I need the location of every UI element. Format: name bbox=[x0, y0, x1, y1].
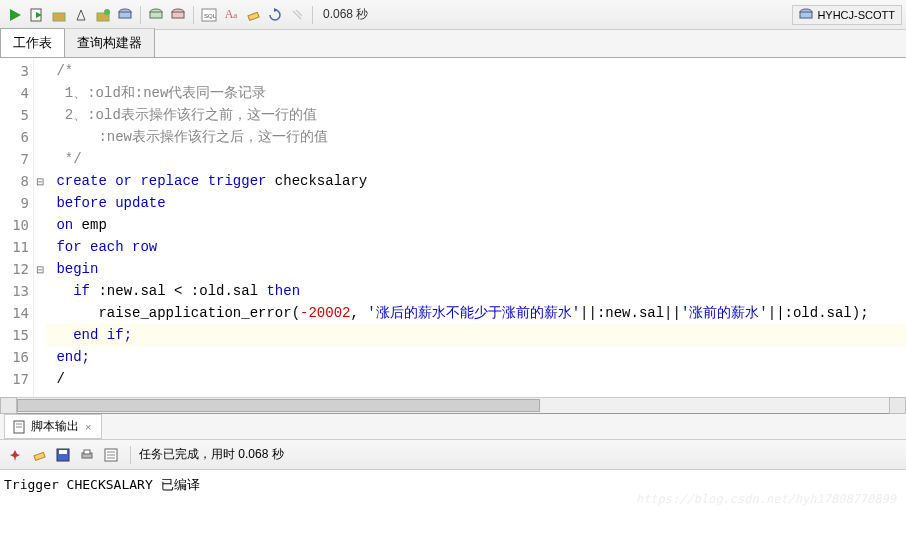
toolbar-separator bbox=[130, 446, 131, 464]
eraser-icon[interactable] bbox=[243, 5, 263, 25]
fold-toggle bbox=[34, 368, 46, 390]
fold-toggle bbox=[34, 214, 46, 236]
fold-toggle bbox=[34, 148, 46, 170]
db-icon-1[interactable] bbox=[146, 5, 166, 25]
watermark: https://blog.csdn.net/hyh17808770899 bbox=[636, 492, 896, 506]
svg-rect-15 bbox=[248, 12, 259, 20]
fold-toggle bbox=[34, 302, 46, 324]
font-icon[interactable]: Aa bbox=[221, 5, 241, 25]
run-script-icon[interactable] bbox=[27, 5, 47, 25]
svg-rect-26 bbox=[84, 450, 90, 454]
output-toolbar: 任务已完成，用时 0.068 秒 bbox=[0, 440, 906, 470]
output-body: Trigger CHECKSALARY 已编译 https://blog.csd… bbox=[0, 470, 906, 510]
commit-icon[interactable] bbox=[93, 5, 113, 25]
fold-toggle[interactable]: ⊟ bbox=[34, 258, 46, 280]
eraser-icon[interactable] bbox=[29, 445, 49, 465]
fold-toggle bbox=[34, 346, 46, 368]
fold-toggle bbox=[34, 82, 46, 104]
tab-worksheet[interactable]: 工作表 bbox=[0, 28, 65, 57]
svg-marker-0 bbox=[10, 9, 21, 21]
svg-rect-10 bbox=[150, 12, 162, 18]
disabled-icon bbox=[287, 5, 307, 25]
pin-icon[interactable] bbox=[5, 445, 25, 465]
autotrace-icon[interactable] bbox=[71, 5, 91, 25]
timing-label: 0.068 秒 bbox=[323, 6, 368, 23]
toolbar-separator bbox=[193, 6, 194, 24]
list-icon[interactable] bbox=[101, 445, 121, 465]
code-editor[interactable]: 34567891011121314151617 ⊟⊟ /* 1、:old和:ne… bbox=[0, 58, 906, 398]
svg-marker-4 bbox=[77, 10, 85, 20]
svg-rect-22 bbox=[34, 452, 45, 460]
svg-rect-3 bbox=[53, 13, 65, 21]
fold-toggle bbox=[34, 280, 46, 302]
fold-toggle bbox=[34, 324, 46, 346]
fold-column: ⊟⊟ bbox=[34, 58, 46, 397]
print-icon[interactable] bbox=[77, 445, 97, 465]
fold-toggle bbox=[34, 192, 46, 214]
svg-rect-18 bbox=[800, 12, 812, 18]
sql-icon[interactable]: SQL bbox=[199, 5, 219, 25]
line-gutter: 34567891011121314151617 bbox=[0, 58, 34, 397]
scrollbar-thumb[interactable] bbox=[17, 399, 540, 412]
run-icon[interactable] bbox=[5, 5, 25, 25]
svg-rect-24 bbox=[59, 450, 67, 454]
connection-name: HYHCJ-SCOTT bbox=[817, 9, 895, 21]
script-output-icon bbox=[13, 420, 27, 434]
fold-toggle bbox=[34, 236, 46, 258]
db-icon-2[interactable] bbox=[168, 5, 188, 25]
save-icon[interactable] bbox=[53, 445, 73, 465]
output-tab-label: 脚本输出 bbox=[31, 418, 79, 435]
svg-point-6 bbox=[104, 9, 110, 15]
db-connection-icon bbox=[799, 8, 813, 22]
output-tabbar: 脚本输出 × bbox=[0, 414, 906, 440]
toolbar-separator bbox=[140, 6, 141, 24]
fold-toggle bbox=[34, 104, 46, 126]
explain-plan-icon[interactable] bbox=[49, 5, 69, 25]
toolbar-separator bbox=[312, 6, 313, 24]
editor-scrollbar[interactable] bbox=[0, 398, 906, 414]
fold-toggle bbox=[34, 126, 46, 148]
main-toolbar: SQL Aa 0.068 秒 HYHCJ-SCOTT bbox=[0, 0, 906, 30]
output-status: 任务已完成，用时 0.068 秒 bbox=[139, 446, 284, 463]
output-text: Trigger CHECKSALARY 已编译 bbox=[4, 477, 200, 492]
refresh-icon[interactable] bbox=[265, 5, 285, 25]
fold-toggle[interactable]: ⊟ bbox=[34, 170, 46, 192]
connection-selector[interactable]: HYHCJ-SCOTT bbox=[792, 5, 902, 25]
code-area[interactable]: /* 1、:old和:new代表同一条记录 2、:old表示操作该行之前，这一行… bbox=[46, 58, 906, 397]
svg-text:SQL: SQL bbox=[204, 13, 217, 19]
tab-query-builder[interactable]: 查询构建器 bbox=[64, 28, 155, 57]
worksheet-tabbar: 工作表 查询构建器 bbox=[0, 30, 906, 58]
close-icon[interactable]: × bbox=[83, 421, 93, 433]
tab-script-output[interactable]: 脚本输出 × bbox=[4, 414, 102, 439]
svg-rect-8 bbox=[119, 12, 131, 18]
svg-rect-12 bbox=[172, 12, 184, 18]
sql-history-icon[interactable] bbox=[115, 5, 135, 25]
fold-toggle bbox=[34, 60, 46, 82]
